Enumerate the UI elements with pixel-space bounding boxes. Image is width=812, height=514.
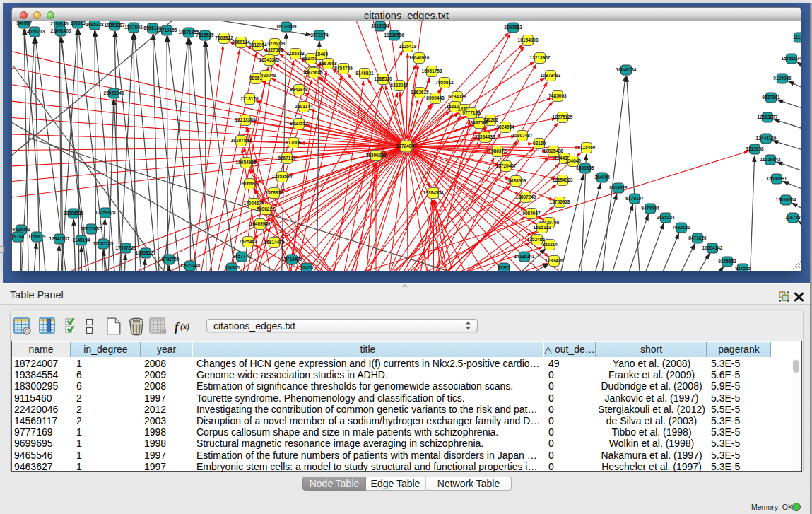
svg-text:29053346: 29053346 <box>104 90 124 95</box>
svg-text:9242848: 9242848 <box>290 87 308 92</box>
svg-text:7663822: 7663822 <box>215 35 233 40</box>
svg-text:940557: 940557 <box>16 21 32 25</box>
svg-text:16914479: 16914479 <box>264 240 285 245</box>
svg-text:12275125: 12275125 <box>553 115 573 119</box>
svg-text:16409949: 16409949 <box>250 221 271 226</box>
svg-text:9129986: 9129986 <box>773 76 792 81</box>
svg-text:7515525: 7515525 <box>196 33 214 37</box>
svg-text:16033809: 16033809 <box>276 24 297 29</box>
svg-text:92450: 92450 <box>300 265 313 270</box>
svg-text:39154: 39154 <box>12 234 24 239</box>
svg-text:252214: 252214 <box>542 242 558 247</box>
svg-text:3572274: 3572274 <box>310 33 329 37</box>
svg-text:9245652: 9245652 <box>718 259 736 264</box>
svg-text:7625402: 7625402 <box>239 239 257 244</box>
svg-text:3960124: 3960124 <box>232 40 250 45</box>
svg-text:7986372: 7986372 <box>488 148 507 153</box>
svg-text:9777169: 9777169 <box>462 110 481 115</box>
svg-text:9227341: 9227341 <box>762 95 780 100</box>
svg-text:19218506: 19218506 <box>384 33 405 37</box>
svg-text:5498222: 5498222 <box>257 206 275 211</box>
svg-text:7632621: 7632621 <box>672 225 690 230</box>
svg-text:19166827: 19166827 <box>240 181 260 186</box>
svg-text:2935134: 2935134 <box>657 215 675 220</box>
svg-text:19384554: 19384554 <box>423 190 444 195</box>
svg-text:18724007: 18724007 <box>396 144 417 148</box>
svg-text:917006: 917006 <box>286 140 301 145</box>
svg-text:154645: 154645 <box>565 158 581 163</box>
svg-text:12923448: 12923448 <box>180 263 201 268</box>
svg-text:21364436: 21364436 <box>475 134 495 139</box>
svg-text:21691406: 21691406 <box>51 28 71 33</box>
svg-text:10025438: 10025438 <box>543 148 564 153</box>
svg-text:1085328: 1085328 <box>86 22 104 27</box>
svg-text:1327509: 1327509 <box>265 47 283 52</box>
svg-text:1615112: 1615112 <box>534 225 551 230</box>
svg-text:12353594: 12353594 <box>272 174 293 179</box>
svg-text:6497568: 6497568 <box>470 120 488 125</box>
svg-text:12942737: 12942737 <box>49 236 70 241</box>
svg-text:10648784: 10648784 <box>616 67 637 72</box>
svg-text:924565: 924565 <box>735 266 751 271</box>
svg-text:8938923: 8938923 <box>609 185 628 190</box>
svg-text:3215958: 3215958 <box>746 146 764 151</box>
svg-text:17016504: 17016504 <box>776 197 796 202</box>
svg-text:19654985: 19654985 <box>236 160 257 165</box>
svg-text:5875685: 5875685 <box>305 70 323 75</box>
svg-text:10807487: 10807487 <box>512 133 533 138</box>
svg-text:15469: 15469 <box>315 52 328 57</box>
svg-text:16640910: 16640910 <box>409 55 430 60</box>
svg-text:10107553: 10107553 <box>231 138 252 143</box>
svg-text:9084067: 9084067 <box>522 211 541 216</box>
svg-text:16782759: 16782759 <box>159 257 180 262</box>
svg-text:8471626: 8471626 <box>688 235 707 240</box>
svg-text:11123: 11123 <box>793 35 801 40</box>
svg-text:52205: 52205 <box>498 265 510 270</box>
svg-text:12093877: 12093877 <box>758 115 778 119</box>
svg-text:2718176: 2718176 <box>240 96 259 101</box>
svg-text:16961758: 16961758 <box>422 69 442 74</box>
svg-text:6794028: 6794028 <box>448 94 466 99</box>
svg-text:6322037: 6322037 <box>390 83 408 88</box>
svg-text:3813054: 3813054 <box>371 23 389 28</box>
svg-text:1527602: 1527602 <box>124 25 143 30</box>
svg-text:9474444: 9474444 <box>641 206 659 211</box>
svg-text:98961: 98961 <box>249 76 262 81</box>
svg-text:10958127: 10958127 <box>136 250 156 255</box>
svg-text:15716485: 15716485 <box>282 257 302 262</box>
svg-text:9657771: 9657771 <box>233 254 251 259</box>
svg-text:1125419: 1125419 <box>399 44 417 49</box>
svg-text:3186323: 3186323 <box>286 51 305 56</box>
svg-text:f: f <box>175 320 180 334</box>
svg-text:2803144: 2803144 <box>295 104 313 109</box>
svg-text:16543362: 16543362 <box>259 57 280 62</box>
svg-text:62160: 62160 <box>533 141 546 146</box>
svg-text:20206526: 20206526 <box>64 211 84 216</box>
svg-text:12444139: 12444139 <box>756 136 777 141</box>
svg-text:14055713: 14055713 <box>25 29 45 34</box>
svg-text:3624554: 3624554 <box>496 124 514 129</box>
svg-text:15692991: 15692991 <box>767 176 787 181</box>
svg-text:25300233: 25300233 <box>366 153 387 158</box>
svg-text:8990448: 8990448 <box>426 95 445 100</box>
svg-text:12505135: 12505135 <box>93 241 114 246</box>
svg-text:7955812: 7955812 <box>435 80 454 85</box>
svg-text:17359928: 17359928 <box>95 210 116 215</box>
svg-text:18807249: 18807249 <box>516 194 536 199</box>
svg-text:10154808: 10154808 <box>518 37 539 42</box>
svg-text:10719155: 10719155 <box>157 28 177 33</box>
svg-text:14136141: 14136141 <box>514 254 535 259</box>
svg-text:10688609: 10688609 <box>506 178 526 183</box>
svg-text:6899695: 6899695 <box>576 165 594 170</box>
svg-text:10973493: 10973493 <box>541 73 561 78</box>
svg-text:9146821: 9146821 <box>355 71 374 76</box>
svg-text:124505: 124505 <box>224 265 240 270</box>
svg-text:17957225: 17957225 <box>116 245 136 250</box>
svg-text:1588520: 1588520 <box>374 76 392 81</box>
svg-text:7485063: 7485063 <box>548 93 567 98</box>
svg-text:2169140: 2169140 <box>50 21 69 26</box>
svg-text:10975887: 10975887 <box>81 226 102 231</box>
svg-text:15751074: 15751074 <box>782 56 801 61</box>
svg-text:2367608: 2367608 <box>319 61 337 66</box>
svg-text:9535001: 9535001 <box>12 227 30 232</box>
